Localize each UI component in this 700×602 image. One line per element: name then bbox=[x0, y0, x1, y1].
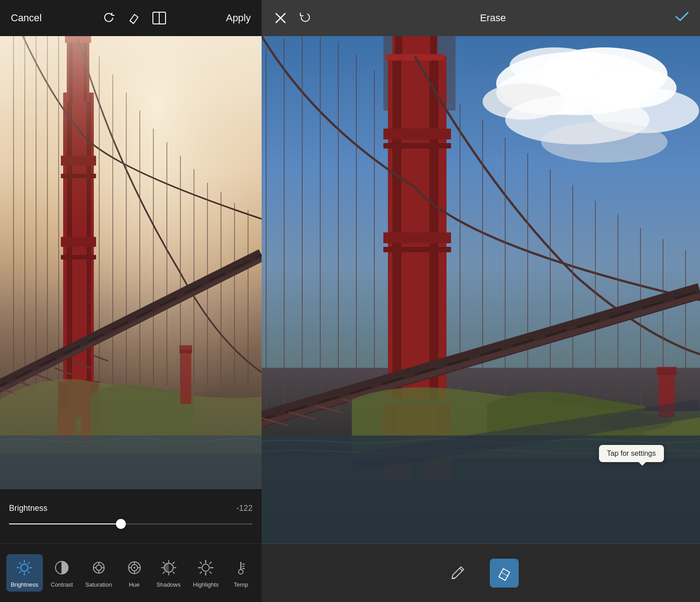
adjustment-area: Brightness -122 bbox=[0, 489, 262, 543]
svg-rect-117 bbox=[383, 247, 451, 252]
right-toolbar-left bbox=[272, 10, 311, 26]
svg-rect-113 bbox=[429, 56, 438, 399]
tool-saturation-label: Saturation bbox=[85, 581, 112, 588]
svg-rect-48 bbox=[180, 350, 191, 404]
svg-point-94 bbox=[239, 570, 243, 574]
slider-track bbox=[9, 523, 253, 524]
svg-rect-115 bbox=[383, 143, 451, 148]
tool-hue[interactable]: Hue bbox=[120, 554, 149, 592]
tool-saturation[interactable]: Saturation bbox=[81, 554, 116, 592]
svg-line-82 bbox=[173, 562, 174, 564]
svg-line-58 bbox=[28, 563, 30, 564]
svg-point-84 bbox=[202, 564, 209, 571]
tool-shadows[interactable]: Shadows bbox=[152, 554, 185, 592]
svg-point-51 bbox=[21, 564, 28, 571]
highlights-icon bbox=[196, 558, 216, 578]
svg-line-154 bbox=[460, 568, 462, 571]
tool-hue-label: Hue bbox=[129, 581, 140, 588]
slider-fill bbox=[9, 523, 126, 524]
svg-line-57 bbox=[28, 572, 30, 573]
left-toolbar: Cancel Apply bbox=[0, 0, 262, 36]
left-bridge-svg bbox=[0, 36, 262, 489]
left-panel: Cancel Apply bbox=[0, 0, 262, 602]
tool-contrast[interactable]: Contrast bbox=[46, 554, 77, 592]
tool-highlights[interactable]: Highlights bbox=[189, 554, 223, 592]
adjustment-label-row: Brightness -122 bbox=[9, 504, 253, 513]
svg-rect-116 bbox=[383, 232, 451, 243]
hue-icon bbox=[124, 558, 144, 578]
tool-temp[interactable]: Temp bbox=[226, 554, 255, 592]
eraser-toolbar-icon[interactable] bbox=[128, 12, 140, 24]
right-toolbar: Erase bbox=[262, 0, 700, 36]
pencil-tool-button[interactable] bbox=[443, 559, 472, 588]
svg-rect-10 bbox=[61, 237, 96, 247]
svg-line-80 bbox=[163, 562, 164, 564]
right-bridge-svg bbox=[262, 36, 700, 543]
svg-line-83 bbox=[163, 572, 164, 574]
adjustment-label: Brightness bbox=[9, 504, 47, 513]
tool-shadows-label: Shadows bbox=[157, 581, 180, 588]
svg-rect-49 bbox=[180, 345, 192, 353]
confirm-button[interactable] bbox=[675, 10, 689, 26]
left-image-area bbox=[0, 36, 262, 489]
right-toolbar-title: Erase bbox=[480, 12, 506, 24]
svg-line-91 bbox=[210, 562, 212, 564]
svg-line-156 bbox=[499, 577, 505, 580]
tooltip-bubble[interactable]: Tap for settings bbox=[599, 445, 664, 462]
svg-point-108 bbox=[510, 47, 600, 83]
refresh-icon[interactable] bbox=[102, 11, 115, 25]
svg-rect-112 bbox=[392, 56, 401, 399]
right-panel: Erase bbox=[262, 0, 700, 602]
svg-line-92 bbox=[200, 572, 202, 574]
apply-button[interactable]: Apply bbox=[226, 12, 251, 24]
svg-line-81 bbox=[173, 572, 174, 574]
tool-highlights-label: Highlights bbox=[193, 581, 219, 588]
temp-icon bbox=[231, 558, 251, 578]
bottom-tools: Brightness Contrast bbox=[0, 543, 262, 602]
svg-rect-152 bbox=[657, 367, 677, 375]
right-bottom-tools bbox=[262, 543, 700, 602]
svg-point-109 bbox=[541, 122, 668, 162]
tool-brightness-label: Brightness bbox=[11, 581, 38, 588]
tool-contrast-label: Contrast bbox=[51, 581, 73, 588]
svg-point-63 bbox=[96, 565, 101, 570]
slider-thumb[interactable] bbox=[116, 519, 126, 529]
adjustment-value: -122 bbox=[236, 504, 253, 513]
tool-brightness[interactable]: Brightness bbox=[6, 554, 43, 592]
svg-rect-11 bbox=[61, 255, 96, 259]
svg-line-90 bbox=[210, 572, 212, 574]
close-button[interactable] bbox=[272, 10, 289, 26]
undo-button[interactable] bbox=[298, 10, 311, 26]
tooltip-text: Tap for settings bbox=[607, 449, 656, 457]
svg-rect-47 bbox=[0, 435, 262, 489]
eraser-tool-button[interactable] bbox=[490, 559, 519, 588]
svg-point-70 bbox=[134, 567, 135, 569]
shadows-icon bbox=[159, 558, 179, 578]
tool-temp-label: Temp bbox=[234, 581, 248, 588]
svg-line-157 bbox=[502, 573, 508, 576]
toolbar-icons bbox=[102, 11, 166, 25]
brightness-icon bbox=[14, 558, 34, 578]
saturation-icon bbox=[89, 558, 109, 578]
svg-line-0 bbox=[130, 21, 134, 23]
contrast-icon bbox=[52, 558, 72, 578]
brightness-slider[interactable] bbox=[9, 519, 253, 529]
right-image-area: Tap for settings bbox=[262, 36, 700, 543]
svg-line-89 bbox=[200, 562, 202, 564]
svg-line-56 bbox=[19, 563, 21, 564]
cancel-button[interactable]: Cancel bbox=[11, 12, 41, 24]
split-view-icon[interactable] bbox=[152, 12, 166, 24]
svg-rect-114 bbox=[383, 129, 451, 139]
svg-rect-50 bbox=[0, 36, 262, 228]
svg-line-59 bbox=[19, 572, 21, 573]
